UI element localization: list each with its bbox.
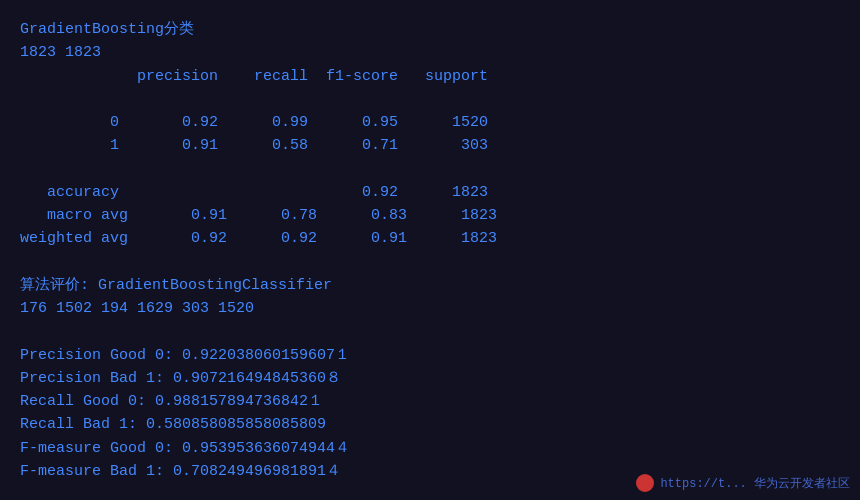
terminal-line-8: macro avg 0.91 0.78 0.83 1823 [20, 204, 840, 227]
terminal-line-1: 1823 1823 [20, 41, 840, 64]
terminal-line-18: F-measure Good 0: 0.953953636074944４ [20, 437, 840, 460]
terminal-line-4: 0 0.92 0.99 0.95 1520 [20, 111, 840, 134]
terminal-line-15: Precision Bad 1: 0.907216494845360８ [20, 367, 840, 390]
terminal-line-3 [20, 88, 840, 111]
terminal-line-0: GradientBoosting分类 [20, 18, 840, 41]
terminal-line-16: Recall Good 0: 0.988157894736842１ [20, 390, 840, 413]
terminal-window: GradientBoosting分类1823 1823 precision re… [0, 0, 860, 500]
weibo-icon [636, 474, 654, 492]
terminal-line-10 [20, 251, 840, 274]
terminal-line-6 [20, 158, 840, 181]
terminal-line-13 [20, 320, 840, 343]
terminal-line-7: accuracy 0.92 1823 [20, 181, 840, 204]
terminal-line-17: Recall Bad 1: 0.580858085858085809 [20, 413, 840, 436]
terminal-line-2: precision recall f1-score support [20, 65, 840, 88]
terminal-line-9: weighted avg 0.92 0.92 0.91 1823 [20, 227, 840, 250]
terminal-line-5: 1 0.91 0.58 0.71 303 [20, 134, 840, 157]
watermark: https://t... 华为云开发者社区 [636, 474, 850, 492]
watermark-text: https://t... 华为云开发者社区 [660, 475, 850, 492]
terminal-line-14: Precision Good 0: 0.922038060159607１ [20, 344, 840, 367]
terminal-line-11: 算法评价: GradientBoostingClassifier [20, 274, 840, 297]
terminal-line-12: 176 1502 194 1629 303 1520 [20, 297, 840, 320]
